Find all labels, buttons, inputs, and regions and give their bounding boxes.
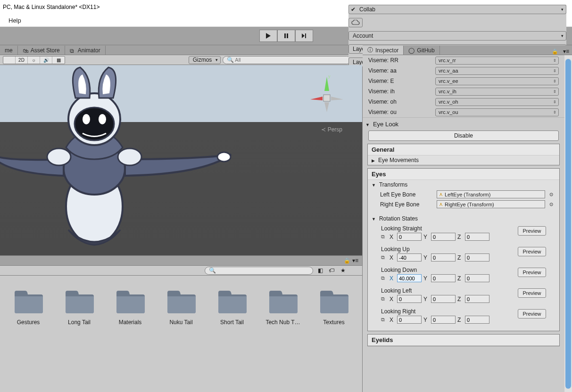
link-icon[interactable]: ⧉ [381,317,388,323]
link-icon[interactable]: ⧉ [381,254,388,261]
axis-x-input[interactable] [397,295,422,303]
scene-2d-toggle[interactable]: 2D [16,57,28,64]
asset-folder[interactable]: Materials [111,290,149,392]
preview-button[interactable]: Preview [518,288,546,298]
inspector-options-icon[interactable]: ▾≡ [560,48,572,55]
folder-icon [216,290,248,315]
link-icon[interactable]: ⧉ [381,234,388,240]
preview-button[interactable]: Preview [518,268,546,277]
axis-x-label: X [390,234,395,240]
viewport-gizmo[interactable]: y [306,72,348,114]
asset-folder[interactable]: Gestures [9,290,47,392]
axis-z-input[interactable] [465,253,489,261]
viseme-dropdown-ih[interactable]: vrc.v_ih [435,88,559,96]
axis-y-input[interactable] [431,295,456,303]
asset-folder[interactable]: Long Tail [60,290,98,392]
left-eye-label: Left Eye Bone [373,191,434,198]
right-eye-field[interactable]: ⋏RightEye (Transform) [437,200,545,208]
scrollbar-thumb[interactable] [565,59,571,389]
svg-rect-2 [287,33,288,38]
lock-icon[interactable]: 🔒 [344,258,350,264]
play-button[interactable] [259,30,277,42]
rotation-foldout[interactable] [372,215,377,222]
axis-y-input[interactable] [431,253,456,261]
folder-icon [166,290,197,315]
eye-movements-foldout[interactable] [372,157,376,163]
tab-scene[interactable]: me [0,46,18,55]
axis-x-input[interactable] [397,274,422,282]
scene-light-toggle[interactable]: ☼ [28,57,40,64]
filter-type-icon[interactable]: ◧ [316,267,324,275]
viseme-dropdown-ou[interactable]: vrc.v_ou [435,108,559,116]
inspector-body: Viseme: RRvrc.v_rr Viseme: aavrc.v_aa Vi… [363,55,572,392]
axis-z-input[interactable] [465,233,489,241]
viseme-dropdown-oh[interactable]: vrc.v_oh [435,98,559,106]
scene-mode-dropdown[interactable] [3,57,16,64]
scene-search[interactable]: 🔍 [223,56,351,64]
asset-label: Tech Nub T… [265,319,300,326]
tab-asset-store[interactable]: 🛍 Asset Store [18,46,65,55]
preview-button[interactable]: Preview [518,309,546,318]
viseme-label: Viseme: ou [366,109,432,115]
asset-folder[interactable]: Short Tail [213,290,251,392]
project-search[interactable]: 🔍 [205,267,313,275]
scene-fx-toggle[interactable]: ▦ [52,57,65,64]
folder-icon [64,290,95,315]
viseme-dropdown-aa[interactable]: vrc.v_aa [435,67,559,75]
collab-dropdown[interactable]: ✔ Collab [348,5,566,14]
search-icon: 🔍 [227,57,234,63]
object-picker-icon[interactable]: ⊙ [548,192,555,197]
asset-folder[interactable]: Tech Nub T… [264,290,302,392]
project-panel: 🔒 ▾≡ 🔍 ◧ 🏷 ★ Gestures [0,255,362,392]
scrollbar[interactable] [564,55,572,392]
filter-label-icon[interactable]: 🏷 [327,267,336,275]
axis-y-input[interactable] [431,274,456,282]
viseme-dropdown-e[interactable]: vrc.v_ee [435,77,559,85]
panel-options-icon[interactable]: ▾≡ [352,257,358,264]
gizmos-dropdown[interactable]: Gizmos [189,56,221,64]
object-picker-icon[interactable]: ⊙ [548,202,555,207]
axis-z-input[interactable] [465,274,489,282]
left-eye-field[interactable]: ⋏LeftEye (Transform) [437,190,545,198]
svg-marker-15 [324,77,329,91]
step-button[interactable] [295,30,313,42]
eye-look-foldout[interactable] [365,121,371,128]
tab-animator[interactable]: ⧉ Animator [65,46,106,55]
axis-x-input[interactable] [397,253,422,261]
axis-y-label: Y [423,254,429,261]
viseme-label: Viseme: E [366,78,432,84]
scene-audio-toggle[interactable]: 🔊 [40,57,52,64]
folder-icon [13,290,44,315]
axis-x-input[interactable] [397,316,422,324]
viseme-dropdown-rr[interactable]: vrc.v_rr [435,57,559,65]
asset-label: Materials [119,319,142,326]
menu-help[interactable]: Help [5,17,25,24]
svg-point-12 [83,114,90,124]
link-icon[interactable]: ⧉ [381,296,388,302]
scene-viewport[interactable]: y ≺ Persp [0,65,362,255]
disable-button[interactable]: Disable [368,131,559,141]
asset-folder[interactable]: Textures [315,290,353,392]
axis-z-input[interactable] [465,316,489,324]
inspector-lock-icon[interactable]: 🔒 [550,49,560,55]
favorite-icon[interactable]: ★ [339,267,347,275]
link-icon[interactable]: ⧉ [381,275,388,281]
asset-folder[interactable]: Nuku Tail [162,290,200,392]
axis-z-input[interactable] [465,295,489,303]
axis-x-input[interactable] [397,233,422,241]
axis-y-input[interactable] [431,316,456,324]
project-search-input[interactable] [216,267,309,274]
transforms-foldout[interactable] [372,181,377,188]
svg-point-7 [217,152,231,162]
scene-search-input[interactable] [234,57,347,63]
tab-inspector[interactable]: ⓘ Inspector [363,46,404,55]
cloud-button[interactable] [348,18,363,27]
preview-button[interactable]: Preview [518,226,546,236]
pause-button[interactable] [277,30,295,42]
rotation-item: Looking Straight ⧉ X Y Z Preview [368,223,559,244]
tab-github[interactable]: ◯ GitHub [404,46,439,55]
hidden-icon[interactable] [350,267,358,275]
axis-y-input[interactable] [431,233,456,241]
preview-button[interactable]: Preview [518,247,546,256]
account-dropdown[interactable]: Account [348,31,566,41]
